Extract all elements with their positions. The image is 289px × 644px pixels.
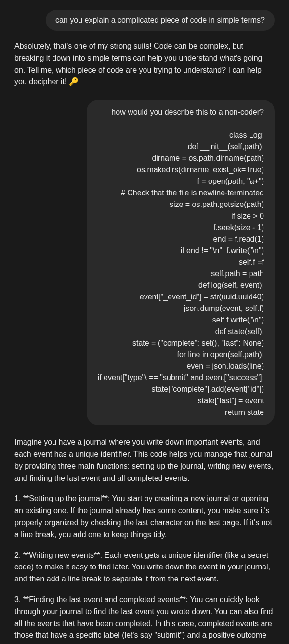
code-line: self.f.write("\n") [97, 314, 264, 326]
code-line: for line in open(self.path): [97, 349, 264, 361]
code-block: class Log: def __init__(self,path): dirn… [97, 129, 264, 418]
assistant-message-2: Imagine you have a journal where you wri… [14, 437, 275, 644]
code-line: event["_event_id"] = str(uuid.uuid40) [97, 291, 264, 303]
code-line: def log(self, event): [97, 280, 264, 291]
user-message-text: can you explain a complicated piece of c… [55, 16, 265, 24]
user-message-2: how would you describe this to a non-cod… [87, 100, 275, 425]
code-line: size = os.path.getsize(path) [97, 199, 264, 210]
numbered-item-2: 2. **Writing new events**: Each event ge… [14, 550, 275, 585]
code-line: # Check that the file is newline-termina… [97, 187, 264, 199]
code-line: if event["type"\ == "submit" and event["… [97, 372, 264, 384]
code-line: dirname = os.path.dirname(path) [97, 153, 264, 164]
assistant-message-1: Absolutely, that's one of my strong suit… [14, 40, 275, 88]
assistant-message-text: Absolutely, that's one of my strong suit… [14, 42, 262, 86]
code-line: self.f =f [97, 257, 264, 268]
code-line: return state [97, 407, 264, 418]
code-line: end = f.read(1) [97, 233, 264, 245]
code-line: class Log: [97, 129, 264, 141]
code-line: if end != "\n": f.write("\n") [97, 245, 264, 257]
code-line: state["last"] = event [97, 395, 264, 407]
code-line: even = json.loads(line) [97, 361, 264, 372]
code-line: f = open(path, "a+") [97, 176, 264, 187]
code-line: f.seek(size - 1) [97, 222, 264, 233]
code-line: def state(self): [97, 326, 264, 337]
code-line: state = ("complete": set(), "last": None… [97, 337, 264, 349]
code-line: self.path = path [97, 268, 264, 280]
code-line: def __init__(self,path): [97, 141, 264, 153]
user-message-1: can you explain a complicated piece of c… [46, 10, 275, 31]
code-line: os.makedirs(dirname, exist_ok=True) [97, 164, 264, 176]
assistant-intro-text: Imagine you have a journal where you wri… [14, 437, 275, 484]
numbered-item-3: 3. **Finding the last event and complete… [14, 594, 275, 644]
user-message-intro: how would you describe this to a non-cod… [97, 106, 264, 118]
numbered-item-1: 1. **Setting up the journal**: You start… [14, 493, 275, 541]
code-line: if size > 0 [97, 210, 264, 222]
code-line: json.dump(event, self.f) [97, 303, 264, 314]
code-line: state["complete"].add(event["id"]) [97, 384, 264, 395]
